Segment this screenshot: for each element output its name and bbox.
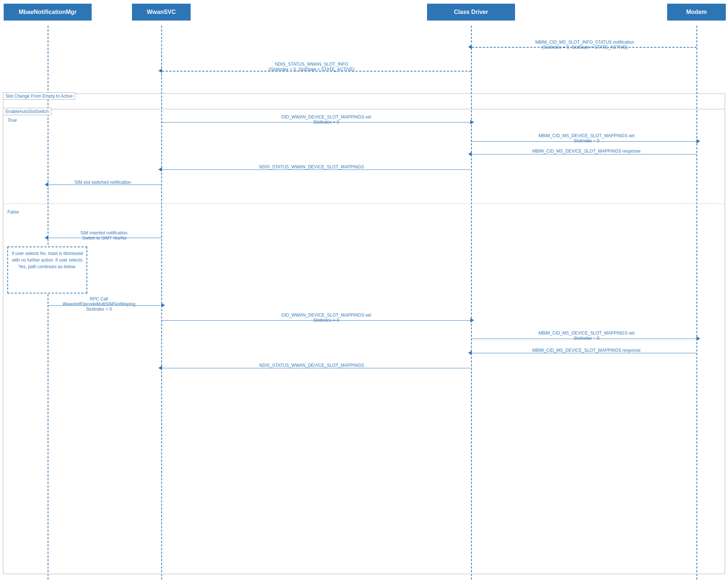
note-user-choice: If user selects No, toast is dismissed w… (7, 247, 87, 293)
msg3-arrowhead (470, 120, 474, 124)
participant-mbae: MbaeNotificationMgr (4, 4, 92, 21)
msg2-label: NDIS_STATUS_WWAN_SLOT_INFO (SlotIndex = … (183, 62, 440, 72)
msg12-line (472, 353, 696, 353)
msg3-label: OID_WWAN_DEVICE_SLOT_MAPPINGS set SlotIn… (220, 114, 433, 125)
msg1-label: MBIM_CID_MS_SLOT_INFO_STATUS notificatio… (477, 40, 693, 50)
fragment-enable-auto (3, 109, 725, 574)
participant-modem: Modem (667, 4, 726, 21)
participant-classdrv: Class Driver (427, 4, 515, 21)
msg11-label: MBIM_CID_MS_DEVICE_SLOT_MAPPINGS set Slo… (477, 331, 696, 341)
fragment-enable-auto-label: EnableAutoSlotSwitch (3, 108, 51, 115)
msg13-label: NDIS_STATUS_WWAN_DEVICE_SLOT_MAPPINGS (183, 363, 440, 368)
msg12-label: MBIM_CID_MS_DEVICE_SLOT_MAPPINGS respons… (477, 348, 696, 353)
msg12-arrowhead (468, 351, 472, 355)
msg2-arrowhead (158, 69, 162, 73)
msg13-arrowhead (158, 366, 162, 370)
msg4-label: MBIM_CID_MS_DEVICE_SLOT_MAPPINGS set Slo… (477, 133, 696, 143)
msg1-arrowhead (468, 45, 472, 49)
sequence-diagram: MbaeNotificationMgr WwanSVC Class Driver… (0, 0, 728, 584)
msg8-label: SIM inserted notification. Switch to SIM… (48, 230, 161, 241)
msg9-label: RPC Call WwanIntfOpcodeMultiSIMSlotMapin… (29, 296, 169, 312)
msg6-label: NDIS_STATUS_WWAN_DEVICE_SLOT_MAPPINGS (183, 164, 440, 169)
msg10-label: OID_WWAN_DEVICE_SLOT_MAPPINGS set SlotIn… (220, 313, 433, 323)
section-true: True (7, 117, 17, 123)
msg13-line (162, 368, 470, 368)
msg6-arrowhead (158, 167, 162, 172)
msg4-arrowhead (696, 139, 700, 143)
msg7-label: SIM slot switched notification (48, 180, 158, 185)
msg5-label: MBIM_CID_MS_DEVICE_SLOT_MAPPINGS respons… (477, 149, 696, 154)
participant-wwan: WwanSVC (132, 4, 191, 21)
msg11-arrowhead (696, 336, 700, 341)
alt-separator (3, 204, 725, 204)
fragment-slot-change-label: Slot Change From Empty to Active (3, 92, 75, 100)
section-false: False (7, 209, 19, 215)
msg5-line (472, 154, 696, 154)
msg10-arrowhead (470, 318, 474, 322)
msg5-arrowhead (468, 152, 472, 156)
msg6-line (162, 169, 470, 170)
